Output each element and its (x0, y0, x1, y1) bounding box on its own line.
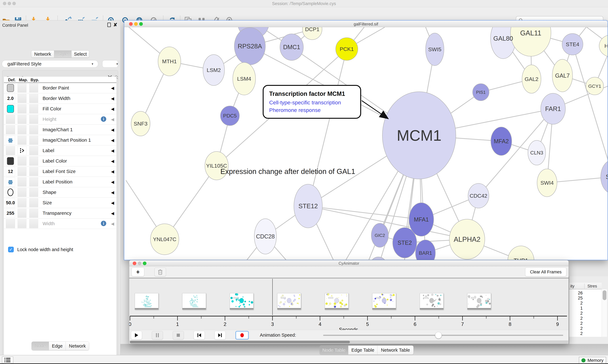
tab-node-table[interactable]: Node Table (320, 346, 348, 354)
table-value[interactable]: 1 (570, 306, 583, 311)
bypass-cell[interactable] (29, 104, 38, 113)
expand-arrow-icon[interactable]: ◀ (111, 180, 114, 184)
bypass-cell[interactable] (29, 136, 38, 145)
table-value[interactable]: 2 (570, 301, 583, 306)
table-value[interactable]: 25 (570, 296, 583, 300)
tab-style[interactable]: Style (54, 51, 71, 58)
bypass-cell[interactable] (29, 188, 38, 197)
mapping-cell[interactable] (18, 198, 27, 207)
default-value-cell[interactable] (6, 156, 15, 166)
network-node-BAR1[interactable] (415, 240, 435, 260)
expand-arrow-icon[interactable]: ◀ (111, 128, 114, 132)
mapping-cell[interactable] (18, 83, 27, 92)
column-stress[interactable]: Stres (584, 284, 597, 288)
mapping-cell[interactable] (18, 136, 27, 145)
animation-speed-thumb[interactable] (435, 332, 442, 338)
clear-all-frames-button[interactable]: Clear All Frames (525, 268, 566, 276)
network-canvas[interactable]: DCP1RPS28ADMC1PCK1MTH1LSM2LSM4SWI5GAL80G… (124, 27, 608, 260)
float-panel-icon[interactable] (107, 23, 111, 27)
style-options-dropdown[interactable]: ▾ (102, 60, 118, 67)
mapping-cell[interactable] (18, 104, 27, 113)
expand-arrow-icon[interactable]: ◀ (111, 200, 114, 205)
expand-arrow-icon[interactable]: ◀ (111, 159, 114, 164)
mapping-cell[interactable] (18, 177, 27, 186)
frame-thumbnail-2[interactable] (230, 293, 253, 310)
table-value[interactable]: 2 (570, 321, 583, 326)
mapping-cell[interactable] (18, 219, 27, 228)
tab-network-table[interactable]: Network Table (377, 346, 414, 354)
default-value-cell[interactable] (6, 177, 15, 186)
tab-network[interactable]: Network (66, 342, 89, 350)
network-window-titlebar[interactable]: galFiltered.sif (124, 21, 608, 27)
expand-arrow-icon[interactable]: ◀ (111, 86, 114, 91)
table-value[interactable]: 26 (570, 291, 583, 296)
mapping-cell[interactable] (18, 209, 27, 218)
record-button[interactable] (235, 331, 249, 339)
table-value[interactable]: 2 (570, 316, 583, 321)
delete-frame-button[interactable] (154, 268, 166, 276)
mapping-cell[interactable] (18, 188, 27, 197)
tab-edge[interactable]: Edge (49, 342, 66, 350)
default-value-cell[interactable] (6, 136, 15, 145)
default-value-cell[interactable]: 2.0 (6, 94, 15, 103)
default-value-cell[interactable] (6, 115, 15, 124)
tab-edge-table[interactable]: Edge Table (348, 346, 377, 354)
mapping-cell[interactable] (18, 146, 27, 155)
frame-thumbnail-0[interactable] (135, 293, 158, 310)
expand-arrow-icon[interactable]: ◀ (111, 190, 114, 195)
tab-node[interactable]: Node (32, 342, 49, 350)
expand-arrow-icon[interactable]: ◀ (111, 211, 114, 216)
frame-thumbnail-3[interactable] (277, 293, 301, 310)
default-value-cell[interactable] (6, 188, 15, 197)
default-value-cell[interactable]: 12 (6, 167, 15, 176)
mapping-cell[interactable] (18, 156, 27, 166)
mapping-cell[interactable] (18, 167, 27, 176)
table-value[interactable]: 2 (570, 311, 583, 316)
bypass-cell[interactable] (29, 115, 38, 124)
tab-network[interactable]: Network (31, 51, 54, 58)
skip-to-start-button[interactable] (194, 331, 205, 339)
expand-arrow-icon[interactable]: ◀ (111, 117, 114, 122)
default-value-cell[interactable]: 50.0 (6, 198, 15, 207)
stop-button[interactable] (173, 331, 184, 339)
timeline-scrollbar[interactable] (129, 340, 568, 344)
bypass-cell[interactable] (29, 177, 38, 186)
lock-size-checkbox[interactable]: ✓ (8, 247, 14, 252)
annotation-link[interactable]: Cell-type-specific transcription (269, 99, 341, 105)
default-value-cell[interactable] (6, 125, 15, 134)
expand-arrow-icon[interactable]: ◀ (111, 221, 114, 226)
expand-arrow-icon[interactable]: ◀ (111, 138, 114, 143)
bypass-cell[interactable] (29, 156, 38, 166)
style-selector-dropdown[interactable]: galFiltered Style ▾ (2, 60, 98, 67)
cyanimator-titlebar[interactable]: CyAnimator (129, 260, 568, 266)
tab-select[interactable]: Select (71, 51, 89, 58)
column-ity[interactable]: ity (570, 284, 574, 288)
info-icon[interactable]: i (101, 221, 106, 226)
frame-thumbnail-4[interactable] (325, 293, 348, 310)
bypass-cell[interactable] (29, 198, 38, 207)
bypass-cell[interactable] (29, 94, 38, 103)
network-node-partial[interactable] (370, 257, 387, 260)
bypass-cell[interactable] (29, 209, 38, 218)
mapping-cell[interactable] (18, 115, 27, 124)
node-table-scrollbar[interactable] (602, 289, 607, 337)
default-value-cell[interactable] (6, 219, 15, 228)
frame-thumbnail-5[interactable] (372, 293, 396, 310)
play-button[interactable] (131, 331, 142, 339)
bypass-cell[interactable] (29, 167, 38, 176)
expand-arrow-icon[interactable]: ◀ (111, 96, 114, 101)
default-value-cell[interactable] (6, 83, 15, 92)
show-panels-button[interactable] (2, 357, 13, 364)
pause-button[interactable] (152, 331, 163, 339)
annotation-link[interactable]: Pheromone response (269, 107, 321, 113)
mapping-cell[interactable] (18, 125, 27, 134)
info-icon[interactable]: i (101, 116, 106, 122)
table-value[interactable]: 2 (570, 326, 583, 331)
mapping-cell[interactable] (18, 94, 27, 103)
frame-thumbnail-7[interactable] (467, 293, 491, 310)
memory-button[interactable]: Memory (579, 357, 606, 364)
frame-thumbnail-6[interactable] (420, 293, 443, 310)
skip-to-end-button[interactable] (215, 331, 226, 339)
table-value[interactable]: 2 (570, 331, 583, 336)
expand-arrow-icon[interactable]: ◀ (111, 106, 114, 111)
